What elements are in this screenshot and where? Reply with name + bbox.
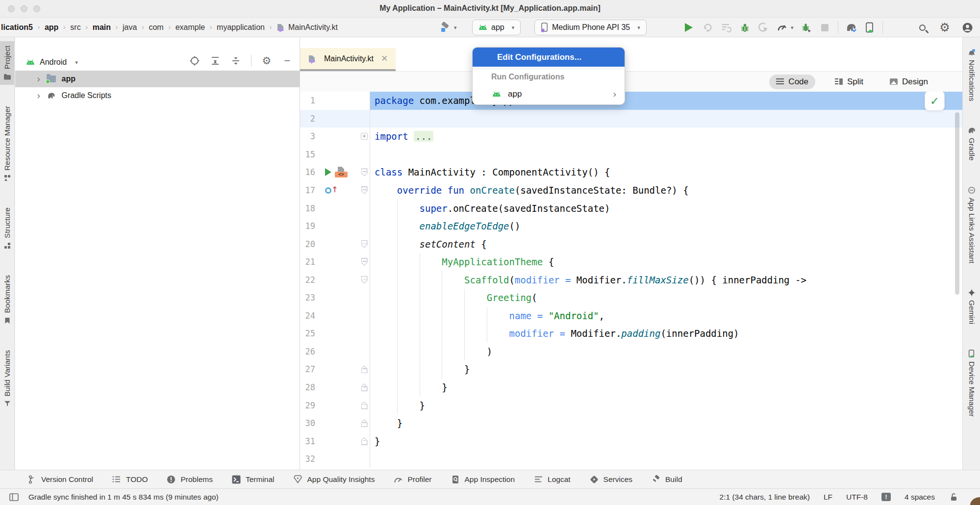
stop-button[interactable] [819,22,831,33]
sidebar-item-project[interactable]: Project [0,41,14,85]
code-text[interactable]: modifier = Modifier.padding(innerPadding… [370,325,962,343]
toolwindow-services[interactable]: Services [589,475,632,484]
run-class-icon[interactable] [325,168,331,176]
inspection-status-widget[interactable]: ✓ [925,92,945,111]
sidebar-item-device-manager[interactable]: Device Manager [963,346,980,421]
code-text[interactable]: class MainActivity : ComponentActivity()… [370,163,962,181]
close-tab-icon[interactable]: ✕ [381,53,388,64]
code-text[interactable]: Greeting( [370,289,962,307]
expand-all-button[interactable] [210,55,221,66]
device-manager-button[interactable] [864,22,876,33]
overrides-method-icon[interactable]: ↑ [325,186,338,195]
sidebar-item-app-links-assistant[interactable]: App Links Assistant [963,182,980,268]
line-number[interactable]: 23 [300,293,321,303]
line-number[interactable]: 30 [300,418,321,428]
code-editor[interactable]: ✓ 1package com.example.myapplication23+i… [300,92,962,468]
line-number[interactable]: 29 [300,401,321,410]
encoding-widget[interactable]: UTF-8 [846,493,868,502]
fold-close-icon[interactable] [361,419,368,427]
chevron-right-icon[interactable]: › [37,75,41,84]
apply-code-changes-button[interactable] [720,22,732,33]
code-text[interactable]: override fun onCreate(savedInstanceState… [370,181,962,200]
code-text[interactable]: } [370,360,962,379]
code-text[interactable]: } [370,414,962,432]
unlock-icon[interactable] [949,492,958,502]
line-number[interactable]: 18 [300,203,321,213]
toolwindow-logcat[interactable]: Logcat [533,475,571,484]
line-number[interactable]: 26 [300,347,321,356]
code-line[interactable]: 25 modifier = Modifier.padding(innerPadd… [300,325,962,343]
tree-row-app[interactable]: › app [15,71,300,87]
device-selector-dropdown[interactable]: Medium Phone API 35 ▾ [534,20,647,35]
fold-open-icon[interactable] [361,276,368,284]
sidebar-item-structure[interactable]: Structure [0,203,14,254]
line-number[interactable]: 19 [300,221,321,231]
profiler-button[interactable] [776,22,788,33]
code-text[interactable] [370,146,962,164]
toolwindow-app-quality-insights[interactable]: App Quality Insights [293,475,375,484]
line-number[interactable]: 25 [300,328,321,338]
fold-close-icon[interactable] [361,383,368,391]
tree-row-gradle-scripts[interactable]: › Gradle Scripts [15,87,300,104]
menu-item-app[interactable]: app › [473,83,625,104]
profiler-chevron-icon[interactable]: ▾ [791,25,794,31]
toolwindow-build[interactable]: Build [651,475,682,484]
code-line[interactable]: 23 Greeting( [300,289,962,307]
caret-position-widget[interactable]: 2:1 (34 chars, 1 line break) [720,493,810,502]
line-number[interactable]: 21 [300,257,321,267]
code-line[interactable]: 27 } [300,360,962,379]
line-number[interactable]: 22 [300,275,321,285]
sidebar-item-notifications[interactable]: Notifications [963,44,980,105]
code-text[interactable]: enableEdgeToEdge() [370,217,962,235]
code-line[interactable]: 26 ) [300,343,962,361]
code-line[interactable]: 21 MyApplicationTheme { [300,253,962,271]
locate-file-button[interactable] [189,55,200,66]
line-number[interactable]: 17 [300,185,321,195]
code-text[interactable]: import ... [370,127,962,146]
code-text[interactable]: } [370,432,962,450]
line-ending-widget[interactable]: LF [824,493,832,502]
code-line[interactable]: 3+import ... [300,127,962,146]
line-number[interactable]: 24 [300,311,321,321]
project-view-selector[interactable]: Android ▾ [26,58,78,67]
line-number[interactable]: 20 [300,239,321,249]
breadcrumb-item[interactable]: java [123,23,137,32]
sync-gradle-button[interactable] [845,22,857,33]
code-line[interactable]: 17↑ override fun onCreate(savedInstanceS… [300,181,962,200]
hide-panel-button[interactable]: − [282,55,293,66]
fold-open-icon[interactable] [361,240,368,248]
sidebar-item-gemini[interactable]: Gemini [963,284,980,328]
code-text[interactable]: } [370,396,962,414]
search-everywhere-button[interactable] [916,22,928,33]
toolwindow-terminal[interactable]: Terminal [231,475,275,484]
fold-close-icon[interactable] [361,437,368,445]
code-text[interactable]: setContent { [370,235,962,253]
code-line[interactable]: 22 Scaffold(modifier = Modifier.fillMaxS… [300,271,962,289]
sidebar-item-build-variants[interactable]: Build Variants [0,346,14,412]
editor-tab-mainactivity[interactable]: MainActivity.kt ✕ [300,48,396,71]
fold-open-icon[interactable] [361,168,368,176]
breadcrumb-item[interactable]: main [93,23,111,32]
toolwindow-app-inspection[interactable]: App Inspection [451,475,515,484]
breadcrumb-item[interactable]: com [149,23,163,32]
code-text[interactable]: ) [370,343,962,361]
apply-changes-restart-button[interactable]: A [702,22,713,33]
line-number[interactable]: 28 [300,382,321,392]
line-number[interactable]: 16 [300,167,321,177]
fold-open-icon[interactable] [361,186,368,194]
line-number[interactable]: 15 [300,150,321,159]
code-line[interactable]: 32 [300,450,962,468]
line-number[interactable]: 3 [300,131,321,141]
line-number[interactable]: 2 [300,114,321,124]
toolwindow-version-control[interactable]: Version Control [27,475,93,484]
fold-close-icon[interactable] [361,365,368,373]
toolwindow-todo[interactable]: TODO [112,475,148,484]
attach-debugger-button[interactable] [757,22,769,33]
fold-expand-icon[interactable]: + [361,133,368,140]
code-line[interactable]: 20 setContent { [300,235,962,253]
menu-item-edit-configurations[interactable]: Edit Configurations... [473,48,625,67]
line-number[interactable]: 27 [300,364,321,374]
code-line[interactable]: 2 [300,110,962,128]
run-configuration-dropdown[interactable]: app ▾ [472,20,521,35]
code-text[interactable]: super.onCreate(savedInstanceState) [370,199,962,217]
